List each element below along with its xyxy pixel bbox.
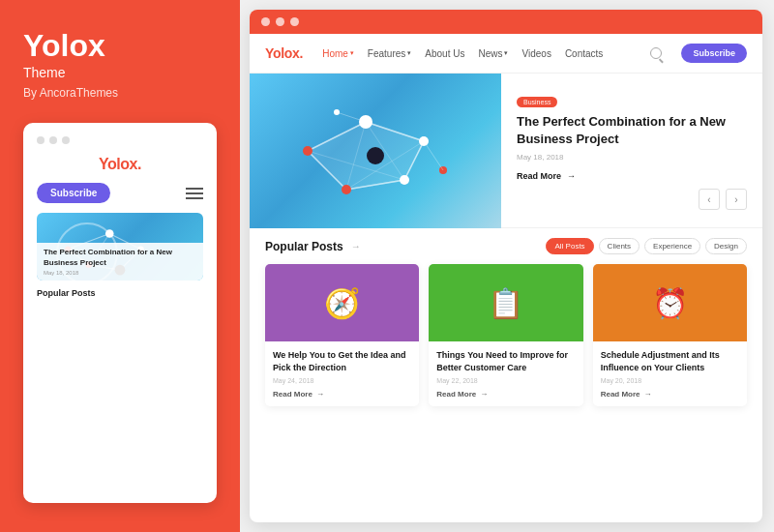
chevron-down-icon: ▾ bbox=[504, 49, 508, 57]
dot-3 bbox=[62, 136, 70, 144]
svg-point-24 bbox=[342, 185, 351, 194]
hero-image bbox=[250, 74, 501, 228]
hero-prev-arrow[interactable]: ‹ bbox=[699, 189, 720, 210]
popular-arrow-icon: → bbox=[351, 241, 361, 251]
post-body-2: Things You Need to Improve for Better Cu… bbox=[429, 341, 582, 405]
post-thumb-3: ⏰ bbox=[593, 264, 747, 341]
mobile-titlebar-dots bbox=[37, 136, 203, 144]
post-title-2: Things You Need to Improve for Better Cu… bbox=[436, 349, 575, 372]
mobile-hero-overlay: The Perfect Combination for a New Busine… bbox=[37, 243, 203, 281]
clipboard-icon: 📋 bbox=[488, 286, 523, 320]
post-card-2: 📋 Things You Need to Improve for Better … bbox=[429, 264, 582, 405]
hero-readmore-text: Read More bbox=[517, 171, 561, 181]
post-readmore-3[interactable]: Read More → bbox=[601, 390, 739, 399]
hamburger-line-3 bbox=[186, 197, 203, 199]
post-thumb-1: 🧭 bbox=[265, 264, 419, 341]
nav-link-about[interactable]: About Us bbox=[425, 48, 464, 59]
popular-section: Popular Posts → All Posts Clients Experi… bbox=[250, 228, 762, 522]
mobile-logo-dot: . bbox=[137, 156, 141, 172]
post-body-1: We Help You to Get the Idea and Pick the… bbox=[265, 341, 419, 405]
brand-subtitle: Theme bbox=[23, 65, 217, 80]
hero-badge: Business bbox=[517, 97, 557, 107]
filter-all-posts[interactable]: All Posts bbox=[546, 238, 593, 254]
svg-point-26 bbox=[367, 147, 384, 164]
mobile-subscribe-button[interactable]: Subscribe bbox=[37, 183, 110, 203]
nav-logo-dot: . bbox=[300, 45, 304, 61]
mobile-logo-text: Yolox bbox=[99, 156, 137, 172]
arrow-right-icon: → bbox=[316, 390, 324, 399]
nav-links: Home ▾ Features ▾ About Us News ▾ Videos… bbox=[322, 48, 631, 59]
post-thumb-2: 📋 bbox=[429, 264, 582, 341]
navigation-bar: Yolox. Home ▾ Features ▾ About Us News ▾… bbox=[250, 34, 762, 74]
mobile-popular-label: Popular Posts bbox=[37, 288, 203, 298]
post-title-3: Schedule Adjustment and Its Influence on… bbox=[601, 349, 739, 372]
browser-content: Yolox. Home ▾ Features ▾ About Us News ▾… bbox=[250, 34, 762, 522]
hamburger-icon[interactable] bbox=[186, 188, 203, 199]
hero-meta: May 18, 2018 bbox=[517, 153, 747, 162]
browser-dot-2 bbox=[276, 17, 284, 26]
arrow-right-icon: → bbox=[480, 390, 488, 399]
clock-icon: ⏰ bbox=[652, 286, 688, 320]
post-meta-2: May 22, 2018 bbox=[436, 377, 575, 384]
arrow-right-icon: → bbox=[567, 171, 576, 181]
hamburger-line-1 bbox=[186, 188, 203, 190]
browser-window: Yolox. Home ▾ Features ▾ About Us News ▾… bbox=[250, 10, 762, 522]
mobile-hero-title: The Perfect Combination for a New Busine… bbox=[44, 248, 196, 268]
hero-next-arrow[interactable]: › bbox=[726, 189, 747, 210]
nav-link-contacts[interactable]: Contacts bbox=[565, 48, 603, 59]
post-meta-1: May 24, 2018 bbox=[273, 377, 411, 384]
arrow-right-icon: → bbox=[644, 390, 652, 399]
hero-card: Business The Perfect Combination for a N… bbox=[501, 74, 762, 228]
post-readmore-1[interactable]: Read More → bbox=[273, 390, 411, 399]
post-readmore-2[interactable]: Read More → bbox=[436, 390, 575, 399]
posts-grid: 🧭 We Help You to Get the Idea and Pick t… bbox=[265, 264, 747, 405]
search-icon[interactable] bbox=[650, 47, 662, 59]
hamburger-line-2 bbox=[186, 192, 203, 194]
browser-dot-3 bbox=[290, 17, 299, 26]
compass-icon: 🧭 bbox=[324, 286, 360, 320]
chevron-down-icon: ▾ bbox=[407, 49, 411, 57]
hero-network-svg bbox=[250, 74, 501, 228]
nav-link-home[interactable]: Home ▾ bbox=[322, 48, 354, 59]
svg-line-30 bbox=[424, 141, 443, 170]
hero-title: The Perfect Combination for a New Busine… bbox=[517, 113, 747, 148]
nav-logo: Yolox. bbox=[265, 45, 303, 61]
nav-logo-text: Yolox bbox=[265, 45, 300, 61]
filter-clients[interactable]: Clients bbox=[599, 238, 640, 254]
dot-1 bbox=[37, 136, 45, 144]
dot-2 bbox=[49, 136, 57, 144]
hero-section: Business The Perfect Combination for a N… bbox=[250, 74, 762, 228]
nav-link-news[interactable]: News ▾ bbox=[478, 48, 508, 59]
popular-title: Popular Posts bbox=[265, 240, 343, 253]
mobile-hero-meta: May 18, 2018 bbox=[44, 270, 196, 276]
post-title-1: We Help You to Get the Idea and Pick the… bbox=[273, 349, 411, 372]
hero-navigation-arrows: ‹ › bbox=[517, 189, 747, 210]
nav-subscribe-button[interactable]: Subscribe bbox=[681, 44, 747, 63]
brand-title: Yolox Theme By AncoraThemes bbox=[23, 29, 217, 100]
post-card-1: 🧭 We Help You to Get the Idea and Pick t… bbox=[265, 264, 419, 405]
brand-by: By AncoraThemes bbox=[23, 86, 217, 100]
popular-header: Popular Posts → All Posts Clients Experi… bbox=[265, 238, 747, 254]
left-panel: Yolox Theme By AncoraThemes Yolox. Subsc… bbox=[0, 0, 240, 532]
svg-point-25 bbox=[303, 146, 313, 156]
mobile-logo: Yolox. bbox=[37, 156, 203, 173]
chevron-down-icon: ▾ bbox=[350, 49, 354, 57]
filter-design[interactable]: Design bbox=[705, 238, 747, 254]
browser-titlebar bbox=[250, 10, 762, 34]
nav-link-features[interactable]: Features ▾ bbox=[368, 48, 411, 59]
mobile-subscribe-row: Subscribe bbox=[37, 183, 203, 203]
brand-name: Yolox bbox=[23, 29, 217, 63]
filter-experience[interactable]: Experience bbox=[644, 238, 700, 254]
svg-point-6 bbox=[105, 229, 114, 238]
post-meta-3: May 20, 2018 bbox=[601, 377, 739, 384]
post-body-3: Schedule Adjustment and Its Influence on… bbox=[593, 341, 747, 405]
svg-point-23 bbox=[400, 175, 409, 185]
popular-title-row: Popular Posts → bbox=[265, 240, 361, 253]
nav-link-videos[interactable]: Videos bbox=[521, 48, 551, 59]
mobile-hero-image: The Perfect Combination for a New Busine… bbox=[37, 213, 203, 281]
post-card-3: ⏰ Schedule Adjustment and Its Influence … bbox=[593, 264, 747, 405]
browser-dot-1 bbox=[261, 17, 270, 26]
mobile-mockup: Yolox. Subscribe bbox=[23, 123, 217, 503]
hero-readmore-link[interactable]: Read More → bbox=[517, 171, 747, 181]
right-panel: Yolox. Home ▾ Features ▾ About Us News ▾… bbox=[240, 0, 774, 532]
